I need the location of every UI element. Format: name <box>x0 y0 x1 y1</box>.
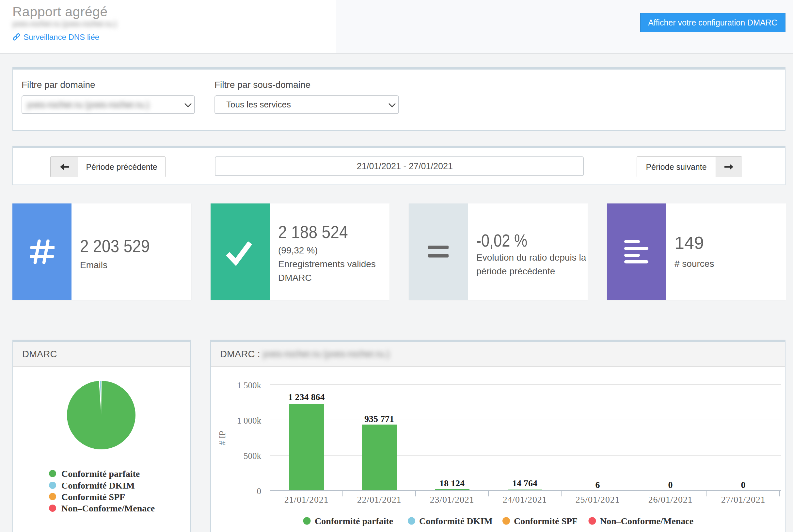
svg-text:27/01/2021: 27/01/2021 <box>721 494 766 505</box>
svg-text:0: 0 <box>668 480 673 490</box>
svg-text:21/01/2021: 21/01/2021 <box>284 494 329 505</box>
svg-text:25/01/2021: 25/01/2021 <box>576 494 620 505</box>
svg-text:0: 0 <box>741 480 746 490</box>
svg-text:Conformité SPF: Conformité SPF <box>514 516 578 526</box>
svg-text:1 500k: 1 500k <box>237 380 262 390</box>
svg-text:Non–Conforme/Menace: Non–Conforme/Menace <box>600 516 693 526</box>
svg-text:Non–Conforme/Menace: Non–Conforme/Menace <box>61 503 155 513</box>
svg-text:26/01/2021: 26/01/2021 <box>649 494 693 505</box>
svg-text:0: 0 <box>257 486 262 496</box>
svg-text:1 000k: 1 000k <box>237 416 262 425</box>
svg-text:1 234 864: 1 234 864 <box>288 392 325 402</box>
svg-text:6: 6 <box>596 480 600 490</box>
svg-text:500k: 500k <box>244 451 262 461</box>
svg-text:Conformité DKIM: Conformité DKIM <box>419 516 492 526</box>
svg-text:23/01/2021: 23/01/2021 <box>430 494 475 505</box>
svg-text:Conformité parfaite: Conformité parfaite <box>61 469 140 479</box>
svg-text:Conformité SPF: Conformité SPF <box>61 492 125 502</box>
svg-text:935 771: 935 771 <box>364 414 394 424</box>
svg-text:14 764: 14 764 <box>512 478 537 488</box>
svg-text:Conformité DKIM: Conformité DKIM <box>61 480 135 491</box>
svg-text:22/01/2021: 22/01/2021 <box>357 494 402 505</box>
svg-text:Conformité parfaite: Conformité parfaite <box>315 516 393 526</box>
svg-text:# IP: # IP <box>217 431 227 445</box>
svg-text:24/01/2021: 24/01/2021 <box>503 494 547 505</box>
svg-text:18 124: 18 124 <box>440 478 465 488</box>
